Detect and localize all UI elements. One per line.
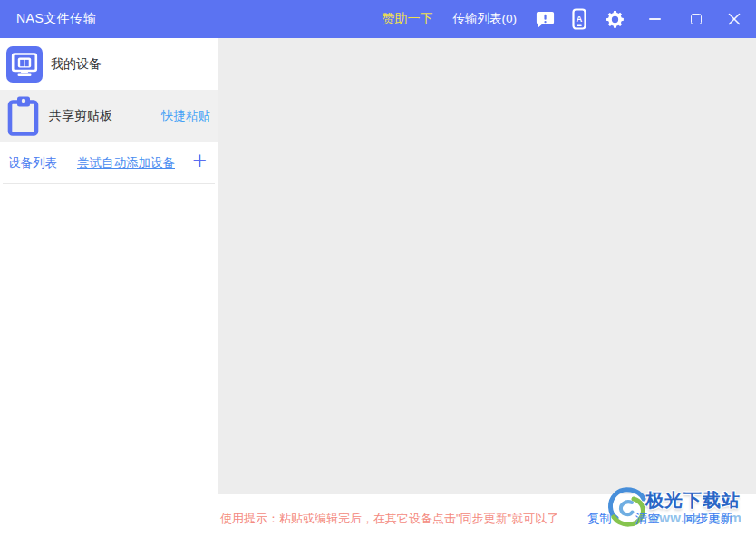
- sidebar-item-shared-clipboard[interactable]: 共享剪贴板 快捷粘贴: [0, 90, 218, 142]
- mobile-app-icon[interactable]: A: [569, 8, 589, 30]
- app-title: NAS文件传输: [16, 11, 96, 27]
- computer-icon: [6, 46, 43, 83]
- sidebar-item-label: 共享剪贴板: [49, 108, 112, 124]
- add-device-button[interactable]: +: [192, 149, 207, 173]
- sidebar-divider: [3, 183, 215, 184]
- minimize-icon: [649, 18, 661, 20]
- device-list-title: 设备列表: [8, 155, 57, 171]
- svg-text:A: A: [577, 14, 583, 24]
- clear-button[interactable]: 清空: [635, 511, 660, 527]
- titlebar-right: 赞助一下 传输列表(0) A: [383, 0, 756, 38]
- sync-update-button[interactable]: 同步更新: [683, 511, 732, 527]
- titlebar: NAS文件传输 赞助一下 传输列表(0) A: [0, 0, 756, 38]
- clipboard-icon: [6, 95, 41, 137]
- transfer-list-button[interactable]: 传输列表(0): [453, 11, 518, 27]
- sidebar-item-label: 我的设备: [51, 56, 102, 73]
- copy-button[interactable]: 复制: [587, 511, 612, 527]
- minimize-button[interactable]: [647, 0, 662, 38]
- statusbar: 使用提示：粘贴或编辑完后，在其它设备点击"同步更新"就可以了 复制 清空 同步更…: [218, 494, 756, 537]
- app-window: NAS文件传输 赞助一下 传输列表(0) A: [0, 0, 756, 537]
- quick-paste-link[interactable]: 快捷粘贴: [161, 108, 210, 124]
- main-content-area[interactable]: [218, 38, 756, 494]
- sidebar-item-my-devices[interactable]: 我的设备: [0, 38, 218, 90]
- sidebar: 我的设备 共享剪贴板 快捷粘贴 设备列表 尝试自动添加设备 +: [0, 38, 218, 537]
- feedback-chat-icon[interactable]: [535, 9, 556, 30]
- statusbar-actions: 复制 清空 同步更新: [587, 511, 756, 527]
- close-button[interactable]: [727, 0, 741, 38]
- auto-add-device-link[interactable]: 尝试自动添加设备: [77, 155, 175, 171]
- maximize-button[interactable]: [689, 0, 703, 38]
- settings-gear-icon[interactable]: [605, 9, 625, 30]
- device-list-header: 设备列表 尝试自动添加设备 +: [0, 142, 218, 183]
- maximize-icon: [691, 14, 702, 24]
- usage-hint: 使用提示：粘贴或编辑完后，在其它设备点击"同步更新"就可以了: [220, 511, 558, 527]
- sponsor-button[interactable]: 赞助一下: [383, 11, 433, 27]
- close-icon: [728, 13, 741, 25]
